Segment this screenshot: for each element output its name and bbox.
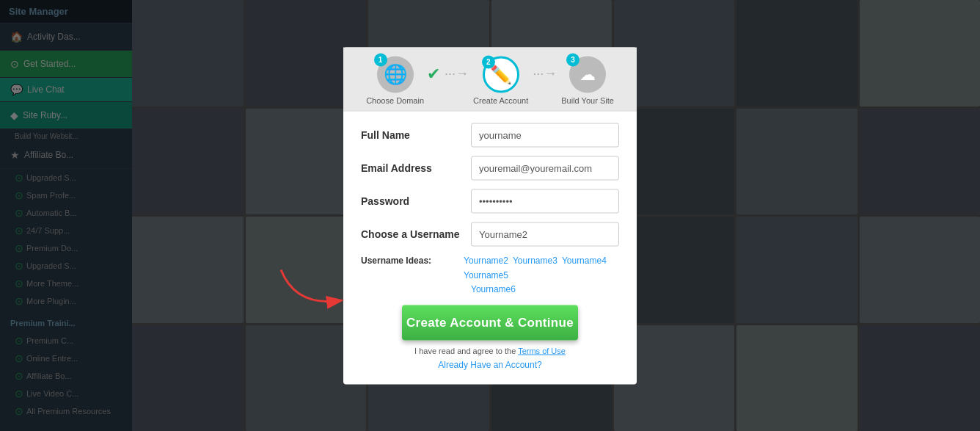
step2-label: Create Account (473, 95, 528, 104)
password-row: Password (361, 189, 619, 213)
password-input[interactable] (471, 189, 619, 213)
cloud-icon: ☁ (579, 65, 596, 84)
step3-number: 3 (566, 53, 579, 66)
username-input[interactable] (471, 222, 619, 246)
username-ideas-list: Yourname2 Yourname3 Yourname4 Yourname5 (464, 255, 619, 280)
already-link[interactable]: Already Have an Account? (438, 359, 541, 369)
step-choose-domain: 🌐 1 Choose Domain (366, 56, 424, 104)
step1-icon: 🌐 1 (377, 56, 414, 93)
step2-icon: ✏️ 2 (483, 56, 519, 93)
terms-link[interactable]: Terms of Use (518, 346, 566, 355)
create-account-button[interactable]: Create Account & Continue (402, 305, 578, 340)
username-ideas-row2: Yourname6 (471, 281, 619, 294)
email-row: Email Address (361, 156, 619, 180)
email-label: Email Address (361, 162, 464, 174)
pencil-icon: ✏️ (490, 64, 512, 84)
idea-yourname4[interactable]: Yourname4 (562, 255, 607, 265)
progress-steps: 🌐 1 Choose Domain ✔ ···→ ✏️ 2 Create Acc… (343, 47, 637, 111)
checkmark-icon: ✔ (427, 64, 440, 83)
email-input[interactable] (471, 156, 619, 180)
step-build-site: ☁ 3 Build Your Site (561, 56, 614, 104)
step1-label: Choose Domain (366, 95, 424, 104)
globe-icon: 🌐 (384, 63, 407, 86)
idea-yourname6[interactable]: Yourname6 (471, 283, 516, 294)
step3-label: Build Your Site (561, 95, 614, 104)
create-account-modal: 🌐 1 Choose Domain ✔ ···→ ✏️ 2 Create Acc… (343, 47, 637, 384)
connector2: ···→ (528, 66, 561, 82)
idea-yourname2[interactable]: Yourname2 (464, 255, 508, 265)
already-have-account: Already Have an Account? (361, 359, 619, 369)
idea-yourname5[interactable]: Yourname5 (464, 269, 508, 280)
username-ideas-label: Username Ideas: (361, 255, 464, 265)
step-create-account: ✏️ 2 Create Account (473, 56, 528, 104)
full-name-label: Full Name (361, 129, 464, 141)
step2-number: 2 (482, 55, 495, 68)
username-label: Choose a Username (361, 228, 464, 240)
username-row: Choose a Username (361, 222, 619, 246)
password-label: Password (361, 195, 464, 207)
step3-icon: ☁ 3 (569, 56, 606, 93)
step1-number: 1 (374, 53, 387, 66)
idea-yourname3[interactable]: Yourname3 (513, 255, 557, 265)
username-ideas-row: Username Ideas: Yourname2 Yourname3 Your… (361, 255, 619, 280)
full-name-input[interactable] (471, 123, 619, 147)
connector1: ···→ (440, 66, 473, 82)
terms-text: I have read and agree to the Terms of Us… (361, 346, 619, 355)
terms-prefix: I have read and agree to the (414, 346, 516, 355)
form-body: Full Name Email Address Password Choose … (343, 111, 637, 384)
full-name-row: Full Name (361, 123, 619, 147)
